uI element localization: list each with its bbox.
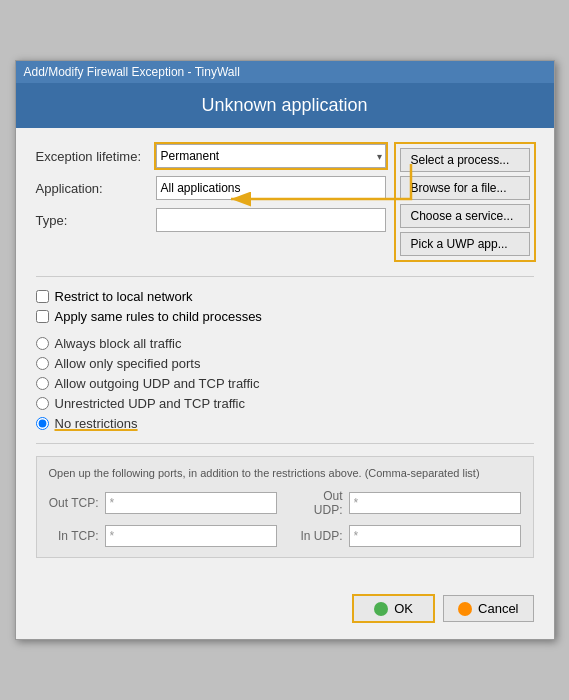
ports-section: Open up the following ports, in addition… xyxy=(36,456,534,558)
out-tcp-row: Out TCP: xyxy=(49,489,277,517)
pick-uwp-button[interactable]: Pick a UWP app... xyxy=(400,232,530,256)
in-tcp-input[interactable] xyxy=(105,525,277,547)
ok-button[interactable]: OK xyxy=(352,594,435,623)
checkbox-group: Restrict to local network Apply same rul… xyxy=(36,289,534,324)
lifetime-label: Exception lifetime: xyxy=(36,149,156,164)
out-udp-label: Out UDP: xyxy=(293,489,343,517)
main-window: Add/Modify Firewall Exception - TinyWall… xyxy=(15,60,555,640)
restrict-local-checkbox[interactable] xyxy=(36,290,49,303)
radio-group: Always block all traffic Allow only spec… xyxy=(36,336,534,431)
type-row: Type: xyxy=(36,208,386,232)
application-row: Application: All applications xyxy=(36,176,386,200)
ok-label: OK xyxy=(394,601,413,616)
type-label: Type: xyxy=(36,213,156,228)
cancel-orange-dot xyxy=(458,602,472,616)
restrict-local-label: Restrict to local network xyxy=(55,289,193,304)
lifetime-select[interactable]: Permanent xyxy=(156,144,386,168)
browse-file-button[interactable]: Browse for a file... xyxy=(400,176,530,200)
outgoing-udp-tcp-radio[interactable] xyxy=(36,377,49,390)
footer: OK Cancel xyxy=(16,586,554,639)
ports-description: Open up the following ports, in addition… xyxy=(49,467,521,479)
title-bar-text: Add/Modify Firewall Exception - TinyWall xyxy=(24,65,546,79)
lifetime-row: Exception lifetime: Permanent ▾ xyxy=(36,144,386,168)
window-header: Unknown application xyxy=(16,83,554,128)
type-value xyxy=(156,208,386,232)
specified-ports-label: Allow only specified ports xyxy=(55,356,201,371)
in-udp-input[interactable] xyxy=(349,525,521,547)
out-udp-row: Out UDP: xyxy=(293,489,521,517)
application-value: All applications xyxy=(156,176,386,200)
in-tcp-row: In TCP: xyxy=(49,525,277,547)
no-restrictions-label: No restrictions xyxy=(55,416,138,431)
child-processes-checkbox[interactable] xyxy=(36,310,49,323)
action-buttons-panel: Select a process... Browse for a file...… xyxy=(396,144,534,260)
radio-outgoing-udp-tcp: Allow outgoing UDP and TCP traffic xyxy=(36,376,534,391)
unrestricted-udp-tcp-label: Unrestricted UDP and TCP traffic xyxy=(55,396,246,411)
block-all-label: Always block all traffic xyxy=(55,336,182,351)
in-tcp-label: In TCP: xyxy=(49,529,99,543)
cancel-button[interactable]: Cancel xyxy=(443,595,533,622)
select-process-button[interactable]: Select a process... xyxy=(400,148,530,172)
title-bar: Add/Modify Firewall Exception - TinyWall xyxy=(16,61,554,83)
top-section: Exception lifetime: Permanent ▾ Applicat… xyxy=(36,144,534,260)
out-udp-input[interactable] xyxy=(349,492,521,514)
no-restrictions-radio[interactable] xyxy=(36,417,49,430)
ports-grid: Out TCP: Out UDP: In TCP: In UDP: xyxy=(49,489,521,547)
child-processes-label: Apply same rules to child processes xyxy=(55,309,262,324)
restrict-local-row: Restrict to local network xyxy=(36,289,534,304)
child-processes-row: Apply same rules to child processes xyxy=(36,309,534,324)
radio-specified-ports: Allow only specified ports xyxy=(36,356,534,371)
header-text: Unknown application xyxy=(201,95,367,115)
unrestricted-udp-tcp-radio[interactable] xyxy=(36,397,49,410)
ok-green-dot xyxy=(374,602,388,616)
in-udp-label: In UDP: xyxy=(293,529,343,543)
form-fields: Exception lifetime: Permanent ▾ Applicat… xyxy=(36,144,386,260)
divider-1 xyxy=(36,276,534,277)
in-udp-row: In UDP: xyxy=(293,525,521,547)
outgoing-udp-tcp-label: Allow outgoing UDP and TCP traffic xyxy=(55,376,260,391)
content-area: Exception lifetime: Permanent ▾ Applicat… xyxy=(16,128,554,586)
specified-ports-radio[interactable] xyxy=(36,357,49,370)
choose-service-button[interactable]: Choose a service... xyxy=(400,204,530,228)
lifetime-select-wrapper[interactable]: Permanent ▾ xyxy=(156,144,386,168)
top-area: Exception lifetime: Permanent ▾ Applicat… xyxy=(36,144,534,260)
out-tcp-label: Out TCP: xyxy=(49,496,99,510)
radio-block-all: Always block all traffic xyxy=(36,336,534,351)
block-all-radio[interactable] xyxy=(36,337,49,350)
divider-2 xyxy=(36,443,534,444)
radio-no-restrictions: No restrictions xyxy=(36,416,534,431)
cancel-label: Cancel xyxy=(478,601,518,616)
application-label: Application: xyxy=(36,181,156,196)
out-tcp-input[interactable] xyxy=(105,492,277,514)
radio-unrestricted-udp-tcp: Unrestricted UDP and TCP traffic xyxy=(36,396,534,411)
